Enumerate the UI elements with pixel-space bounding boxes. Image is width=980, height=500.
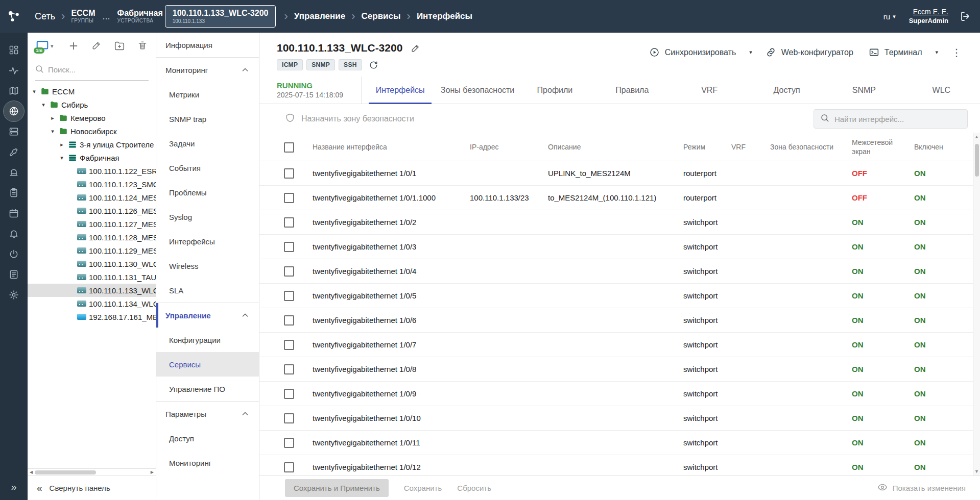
add-folder-icon[interactable] <box>114 40 125 52</box>
expand-rail-button[interactable]: » <box>11 481 16 493</box>
save-apply-button[interactable]: Сохранить и Применить <box>285 479 389 497</box>
row-checkbox[interactable] <box>284 340 294 350</box>
user-menu[interactable]: Eccm E. E. SuperAdmin <box>909 7 948 25</box>
tree-item[interactable]: 100.110.1.128_MES2 <box>28 231 156 244</box>
scrollbar-thumb[interactable] <box>975 144 979 177</box>
menu-item-snmp-trap[interactable]: SNMP trap <box>156 107 259 131</box>
interface-row[interactable]: twentyfivegigabitethernet 1/0/9switchpor… <box>259 382 980 406</box>
row-checkbox[interactable] <box>284 291 294 301</box>
interface-row[interactable]: twentyfivegigabitethernet 1/0/3switchpor… <box>259 235 980 259</box>
interface-row[interactable]: twentyfivegigabitethernet 1/0/12switchpo… <box>259 455 980 476</box>
tree-item[interactable]: 100.110.1.123_SMG- <box>28 178 156 191</box>
refresh-availability-icon[interactable] <box>369 60 378 70</box>
more-actions-icon[interactable]: ⋮ <box>945 43 968 62</box>
row-checkbox[interactable] <box>284 462 294 472</box>
expand-node-icon[interactable]: ▸ <box>58 141 65 148</box>
breadcrumb-ellipsis[interactable]: ... <box>102 11 110 22</box>
collapse-node-icon[interactable]: ▾ <box>31 88 38 95</box>
terminal-button[interactable]: Терминал <box>863 43 928 62</box>
availability-icon[interactable] <box>4 244 24 264</box>
menu-item-wireless[interactable]: Wireless <box>156 254 259 278</box>
breadcrumb-management[interactable]: Управление <box>294 11 345 21</box>
interface-row[interactable]: twentyfivegigabitethernet 1/0/6switchpor… <box>259 308 980 333</box>
rename-device-icon[interactable] <box>411 43 420 53</box>
breadcrumb-groups[interactable]: ECCM ГРУППЫ <box>71 9 95 24</box>
row-checkbox[interactable] <box>284 193 294 203</box>
monitoring-icon[interactable] <box>4 60 24 81</box>
tab-snmp[interactable]: SNMP <box>825 77 902 104</box>
breadcrumb-devices-group[interactable]: Фабричная УСТРОЙСТВА <box>117 9 163 24</box>
row-checkbox[interactable] <box>284 438 294 448</box>
interface-row[interactable]: twentyfivegigabitethernet 1/0/4switchpor… <box>259 259 980 284</box>
interface-row[interactable]: twentyfivegigabitethernet 1/0/10switchpo… <box>259 406 980 431</box>
tools-icon[interactable] <box>4 142 24 162</box>
scroll-left-icon[interactable]: ◀ <box>28 470 35 474</box>
delete-icon[interactable] <box>137 40 148 52</box>
interface-row[interactable]: twentyfivegigabitethernet 1/0/1.1000100.… <box>259 186 980 210</box>
tree-item[interactable]: 100.110.1.124_MES2 <box>28 191 156 204</box>
interface-row[interactable]: twentyfivegigabitethernet 1/0/5switchpor… <box>259 284 980 308</box>
menu-item-monitoring[interactable]: Мониторинг <box>156 58 259 82</box>
tab-interfaces[interactable]: Интерфейсы <box>362 77 439 104</box>
interface-search-input[interactable] <box>834 115 961 123</box>
breadcrumb-interfaces[interactable]: Интерфейсы <box>417 11 472 21</box>
breadcrumb-device-box[interactable]: 100.110.1.133_WLC-3200 100.110.1.133 <box>165 5 276 27</box>
polling-period-selector[interactable]: 1m ▾ <box>36 39 54 53</box>
breadcrumb-services[interactable]: Сервисы <box>362 11 401 21</box>
row-checkbox[interactable] <box>284 168 294 179</box>
tree-item[interactable]: ▾ECCM <box>28 85 156 98</box>
tree-item[interactable]: 100.110.1.133_WLC <box>28 284 156 297</box>
sync-dropdown-icon[interactable]: ▾ <box>745 45 756 59</box>
tree-item[interactable]: ▾Фабричная <box>28 151 156 164</box>
logout-icon[interactable] <box>960 10 972 22</box>
tree-item[interactable]: 192.168.17.161_MES <box>28 310 156 323</box>
row-checkbox[interactable] <box>284 315 294 326</box>
tree-item[interactable]: 100.110.1.126_MES2 <box>28 204 156 217</box>
interface-row[interactable]: twentyfivegigabitethernet 1/0/1UPLINK_to… <box>259 161 980 186</box>
interface-row[interactable]: twentyfivegigabitethernet 1/0/11switchpo… <box>259 431 980 455</box>
expand-node-icon[interactable]: ▸ <box>49 115 56 121</box>
menu-item-tasks[interactable]: Задачи <box>156 131 259 156</box>
language-selector[interactable]: ru ▾ <box>883 12 896 21</box>
sync-button[interactable]: Синхронизировать <box>643 43 743 62</box>
menu-item-information[interactable]: Информация <box>156 33 259 57</box>
collapse-panel-button[interactable]: « Свернуть панель <box>28 476 156 500</box>
menu-item-events[interactable]: События <box>156 156 259 180</box>
map-icon[interactable] <box>4 81 24 101</box>
interface-row[interactable]: twentyfivegigabitethernet 1/0/7switchpor… <box>259 333 980 357</box>
menu-item-interfaces[interactable]: Интерфейсы <box>156 229 259 254</box>
row-checkbox[interactable] <box>284 413 294 423</box>
web-configurator-button[interactable]: Web-конфигуратор <box>759 43 859 62</box>
notifications-icon[interactable] <box>4 223 24 244</box>
tree-search-input[interactable] <box>48 65 149 74</box>
select-all-checkbox[interactable] <box>284 142 294 153</box>
menu-item-syslog[interactable]: Syslog <box>156 205 259 229</box>
scroll-down-icon[interactable]: ▼ <box>973 469 980 474</box>
scroll-right-icon[interactable]: ▶ <box>149 470 156 474</box>
menu-item-monitoring-params[interactable]: Мониторинг <box>156 451 259 475</box>
tree-item[interactable]: 100.110.1.127_MES5 <box>28 217 156 231</box>
tab-rules[interactable]: Правила <box>593 77 671 104</box>
tree-item[interactable]: 100.110.1.122_ESR-2 <box>28 164 156 178</box>
row-checkbox[interactable] <box>284 266 294 277</box>
tab-wlc[interactable]: WLC <box>903 77 980 104</box>
scroll-up-icon[interactable]: ▲ <box>973 134 980 139</box>
app-logo-icon[interactable] <box>0 9 28 24</box>
collapse-node-icon[interactable]: ▾ <box>58 155 65 161</box>
tasks-icon[interactable] <box>4 183 24 203</box>
logs-icon[interactable] <box>4 264 24 285</box>
tab-profiles[interactable]: Профили <box>516 77 593 104</box>
tab-security-zones[interactable]: Зоны безопасности <box>439 77 516 104</box>
tab-access[interactable]: Доступ <box>748 77 825 104</box>
row-checkbox[interactable] <box>284 242 294 252</box>
interface-row[interactable]: twentyfivegigabitethernet 1/0/8switchpor… <box>259 357 980 382</box>
alerts-icon[interactable] <box>4 162 24 183</box>
row-checkbox[interactable] <box>284 364 294 374</box>
row-checkbox[interactable] <box>284 217 294 228</box>
menu-item-access[interactable]: Доступ <box>156 426 259 451</box>
menu-item-software[interactable]: Управление ПО <box>156 377 259 401</box>
tree-item[interactable]: ▾Сибирь <box>28 98 156 111</box>
breadcrumb-network[interactable]: Сеть <box>35 11 55 22</box>
tree-item[interactable]: 100.110.1.134_WLC- <box>28 297 156 310</box>
menu-item-configurations[interactable]: Конфигурации <box>156 328 259 352</box>
